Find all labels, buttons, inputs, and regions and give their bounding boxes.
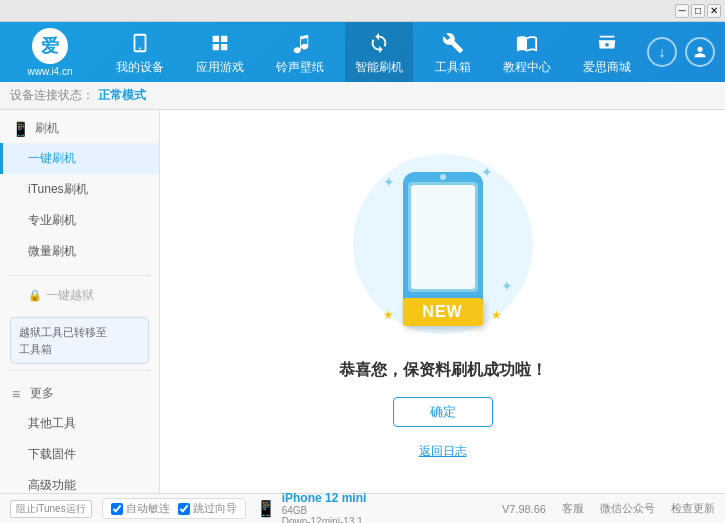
bottom-bar: 阻止iTunes运行 自动敏连 跳过向导 📱 iPhone 12 mini 64… [0, 493, 725, 523]
sparkle-2-icon: ✦ [481, 164, 493, 180]
content-area: ✦ ✦ ✦ [160, 110, 725, 493]
confirm-button[interactable]: 确定 [393, 397, 493, 427]
success-container: ✦ ✦ ✦ [339, 144, 547, 460]
auto-connect-input[interactable] [111, 503, 123, 515]
bottom-right: V7.98.66 客服 微信公众号 检查更新 [502, 501, 715, 516]
minimize-button[interactable]: ─ [675, 4, 689, 18]
nav-item-toolbox[interactable]: 工具箱 [425, 22, 481, 82]
device-name: iPhone 12 mini [282, 491, 367, 505]
logo-symbol: 爱 [41, 34, 59, 58]
device-info: iPhone 12 mini 64GB Down-12mini-13,1 [282, 489, 367, 524]
auto-connect-checkbox[interactable]: 自动敏连 [111, 501, 170, 516]
sidebar-item-itunes-flash[interactable]: iTunes刷机 [0, 174, 159, 205]
sidebar-section-title-more[interactable]: ≡ 更多 [0, 379, 159, 408]
nav-item-my-device[interactable]: 我的设备 [106, 22, 174, 82]
nav-label-smart-flash: 智能刷机 [355, 59, 403, 76]
nav-label-apps-games: 应用游戏 [196, 59, 244, 76]
update-link[interactable]: 检查更新 [671, 501, 715, 516]
tools-icon [439, 29, 467, 57]
sidebar-divider-2 [8, 370, 151, 371]
shop-icon [593, 29, 621, 57]
device-model: Down-12mini-13,1 [282, 516, 367, 524]
flash-section-icon: 📱 [12, 121, 29, 137]
more-section-label: 更多 [30, 385, 54, 402]
itunes-status: 阻止iTunes运行 [10, 500, 92, 518]
nav-label-tutorial: 教程中心 [503, 59, 551, 76]
device-icon: 📱 [256, 499, 276, 518]
sidebar-section-title-flash[interactable]: 📱 刷机 [0, 114, 159, 143]
itunes-stop-button[interactable]: 阻止iTunes运行 [10, 500, 92, 518]
star-left: ★ [383, 308, 394, 322]
version-label: V7.98.66 [502, 503, 546, 515]
sidebar-info-box: 越狱工具已转移至工具箱 [10, 317, 149, 364]
jailbreak-label: 一键越狱 [46, 287, 94, 304]
logo-text: www.i4.cn [27, 66, 72, 77]
nav-label-store: 爱思商城 [583, 59, 631, 76]
new-badge: NEW [402, 298, 482, 326]
user-button[interactable] [685, 37, 715, 67]
nav-label-my-device: 我的设备 [116, 59, 164, 76]
sidebar-item-save-flash[interactable]: 微量刷机 [0, 236, 159, 267]
status-label: 设备连接状态： [10, 87, 94, 104]
nav-items: 我的设备 应用游戏 铃声壁纸 智能刷机 工具箱 [100, 22, 647, 82]
status-value: 正常模式 [98, 87, 146, 104]
sidebar-item-download-firmware[interactable]: 下载固件 [0, 439, 159, 470]
auto-connect-label: 自动敏连 [126, 501, 170, 516]
nav-label-ringtone: 铃声壁纸 [276, 59, 324, 76]
phone-illustration: ✦ ✦ ✦ [343, 144, 543, 344]
sidebar-section-more: ≡ 更多 其他工具 下载固件 高级功能 [0, 375, 159, 493]
wechat-link[interactable]: 微信公众号 [600, 501, 655, 516]
sidebar-item-jailbreak: 🔒 一键越狱 [0, 280, 159, 311]
nav-item-store[interactable]: 爱思商城 [573, 22, 641, 82]
refresh-icon [365, 29, 393, 57]
sidebar: 📱 刷机 一键刷机 iTunes刷机 专业刷机 微量刷机 🔒 一键越狱 越狱工具… [0, 110, 160, 493]
download-button[interactable]: ↓ [647, 37, 677, 67]
sidebar-item-pro-flash[interactable]: 专业刷机 [0, 205, 159, 236]
sparkle-1-icon: ✦ [383, 174, 395, 190]
success-text: 恭喜您，保资料刷机成功啦！ [339, 360, 547, 381]
skip-wizard-input[interactable] [178, 503, 190, 515]
phone-icon [126, 29, 154, 57]
svg-rect-2 [411, 185, 475, 289]
nav-item-tutorial[interactable]: 教程中心 [493, 22, 561, 82]
svg-point-4 [440, 174, 446, 180]
status-bar: 设备连接状态： 正常模式 [0, 82, 725, 110]
more-section-icon: ≡ [12, 386, 20, 402]
sparkle-3-icon: ✦ [501, 278, 513, 294]
top-nav: 爱 www.i4.cn 我的设备 应用游戏 铃声壁纸 [0, 22, 725, 82]
title-bar: ─ □ ✕ [0, 0, 725, 22]
back-home-link[interactable]: 返回日志 [419, 443, 467, 460]
sidebar-divider-1 [8, 275, 151, 276]
flash-section-label: 刷机 [35, 120, 59, 137]
skip-wizard-checkbox[interactable]: 跳过向导 [178, 501, 237, 516]
bottom-left: 阻止iTunes运行 自动敏连 跳过向导 📱 iPhone 12 mini 64… [10, 489, 366, 524]
sidebar-section-flash: 📱 刷机 一键刷机 iTunes刷机 专业刷机 微量刷机 [0, 110, 159, 271]
main-area: 📱 刷机 一键刷机 iTunes刷机 专业刷机 微量刷机 🔒 一键越狱 越狱工具… [0, 110, 725, 493]
grid-icon [206, 29, 234, 57]
logo-area: 爱 www.i4.cn [0, 22, 100, 82]
sidebar-item-other-tools[interactable]: 其他工具 [0, 408, 159, 439]
nav-item-apps-games[interactable]: 应用游戏 [186, 22, 254, 82]
star-right: ★ [491, 308, 502, 322]
nav-item-ringtone[interactable]: 铃声壁纸 [266, 22, 334, 82]
nav-right: ↓ [647, 37, 725, 67]
music-icon [286, 29, 314, 57]
nav-item-smart-flash[interactable]: 智能刷机 [345, 22, 413, 82]
close-button[interactable]: ✕ [707, 4, 721, 18]
logo-icon: 爱 [32, 28, 68, 64]
support-link[interactable]: 客服 [562, 501, 584, 516]
nav-label-toolbox: 工具箱 [435, 59, 471, 76]
book-icon [513, 29, 541, 57]
lock-icon: 🔒 [28, 289, 42, 302]
skip-wizard-label: 跳过向导 [193, 501, 237, 516]
sidebar-item-one-click-flash[interactable]: 一键刷机 [0, 143, 159, 174]
maximize-button[interactable]: □ [691, 4, 705, 18]
device-storage: 64GB [282, 505, 367, 516]
